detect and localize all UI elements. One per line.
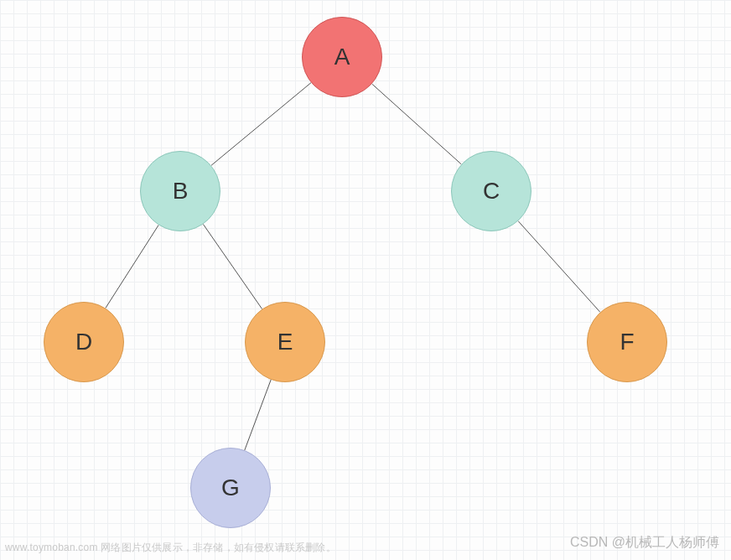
diagram-canvas: ABCDEFG www.toymoban.com 网络图片仅供展示，非存储，如有… [0,0,731,560]
node-G: G [190,448,271,528]
edge-E-G [245,380,271,450]
node-label: A [334,44,350,70]
node-label: F [620,329,634,355]
node-label: G [221,474,240,501]
edge-A-C [372,84,462,164]
watermark-bottom-right: CSDN @机械工人杨师傅 [570,534,719,552]
node-E: E [245,302,325,382]
node-label: B [173,178,189,205]
edge-B-D [106,225,158,308]
edge-C-F [518,221,600,313]
node-label: C [483,178,500,205]
node-D: D [44,302,124,382]
node-C: C [451,151,531,231]
edge-A-B [211,83,311,166]
node-label: E [277,329,293,355]
edge-B-E [203,224,262,309]
node-A: A [302,17,382,97]
node-B: B [140,151,220,231]
node-F: F [587,302,667,382]
watermark-bottom-left: www.toymoban.com 网络图片仅供展示，非存储，如有侵权请联系删除。 [5,541,336,555]
node-label: D [75,329,92,355]
